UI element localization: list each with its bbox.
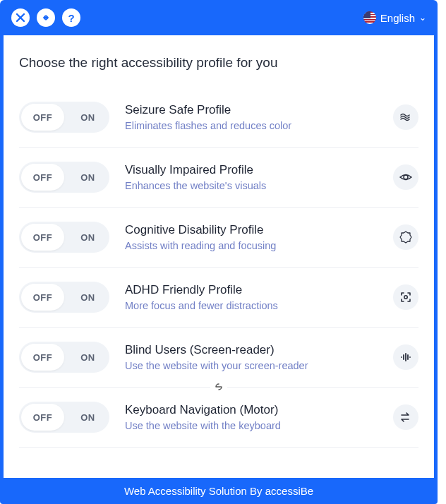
toggle-on-label: ON bbox=[66, 342, 109, 373]
language-selector[interactable]: English ⌄ bbox=[363, 11, 426, 24]
profile-title: ADHD Friendly Profile bbox=[125, 283, 378, 297]
profile-row: OFFONSeizure Safe ProfileEliminates flas… bbox=[19, 88, 418, 148]
toggle-on-label: ON bbox=[66, 282, 109, 313]
eye-icon bbox=[393, 164, 418, 190]
help-icon: ? bbox=[68, 12, 74, 24]
reset-button[interactable] bbox=[37, 8, 55, 27]
profile-desc: Use the website with your screen-reader bbox=[125, 360, 378, 371]
toggle-off-label: OFF bbox=[21, 404, 64, 431]
toggle-on-label: ON bbox=[66, 162, 109, 193]
close-icon bbox=[16, 13, 25, 23]
help-button[interactable]: ? bbox=[62, 8, 80, 27]
profile-toggle[interactable]: OFFON bbox=[19, 162, 109, 193]
accessibility-panel: ? English ⌄ Choose the right accessibili… bbox=[0, 0, 438, 504]
profile-row: OFFONVisually Impaired ProfileEnhances t… bbox=[19, 148, 418, 208]
profile-toggle[interactable]: OFFON bbox=[19, 222, 109, 253]
toggle-on-label: ON bbox=[66, 402, 109, 433]
profile-text: ADHD Friendly ProfileMore focus and fewe… bbox=[125, 283, 378, 311]
profile-row: OFFONCognitive Disability ProfileAssists… bbox=[19, 208, 418, 268]
profile-desc: Eliminates flashes and reduces color bbox=[125, 120, 378, 131]
toggle-off-label: OFF bbox=[21, 344, 64, 371]
badge-icon bbox=[393, 224, 418, 250]
toggle-off-label: OFF bbox=[21, 104, 64, 131]
profile-toggle[interactable]: OFFON bbox=[19, 402, 109, 433]
profile-desc: More focus and fewer distractions bbox=[125, 300, 378, 311]
profile-text: Visually Impaired ProfileEnhances the we… bbox=[125, 163, 378, 191]
svg-point-1 bbox=[404, 296, 407, 299]
profile-title: Visually Impaired Profile bbox=[125, 163, 378, 177]
profile-desc: Enhances the website's visuals bbox=[125, 180, 378, 191]
profile-row: OFFONBlind Users (Screen-reader)Use the … bbox=[19, 328, 418, 388]
profile-row: OFFONADHD Friendly ProfileMore focus and… bbox=[19, 268, 418, 328]
reset-icon bbox=[40, 12, 52, 23]
chevron-down-icon: ⌄ bbox=[419, 13, 426, 23]
profile-toggle[interactable]: OFFON bbox=[19, 102, 109, 133]
profile-desc: Assists with reading and focusing bbox=[125, 240, 378, 251]
profile-toggle[interactable]: OFFON bbox=[19, 282, 109, 313]
panel-header: ? English ⌄ bbox=[0, 0, 438, 35]
toggle-off-label: OFF bbox=[21, 224, 64, 251]
profile-row: OFFONKeyboard Navigation (Motor)Use the … bbox=[19, 388, 418, 448]
panel-body: Choose the right accessibility profile f… bbox=[0, 35, 438, 478]
panel-scroll[interactable]: Choose the right accessibility profile f… bbox=[4, 35, 434, 478]
profile-title: Keyboard Navigation (Motor) bbox=[125, 403, 378, 417]
svg-point-0 bbox=[404, 175, 408, 179]
profile-text: Blind Users (Screen-reader)Use the websi… bbox=[125, 343, 378, 371]
flag-us-icon bbox=[363, 11, 376, 24]
language-label: English bbox=[380, 12, 415, 24]
profile-title: Seizure Safe Profile bbox=[125, 103, 378, 117]
audio-icon bbox=[393, 344, 418, 370]
panel-footer[interactable]: Web Accessibility Solution By accessiBe bbox=[0, 478, 438, 504]
wave-icon bbox=[393, 104, 418, 130]
profile-text: Cognitive Disability ProfileAssists with… bbox=[125, 223, 378, 251]
profile-title: Blind Users (Screen-reader) bbox=[125, 343, 378, 357]
section-heading: Choose the right accessibility profile f… bbox=[19, 55, 418, 71]
profile-text: Keyboard Navigation (Motor)Use the websi… bbox=[125, 403, 378, 431]
profile-toggle[interactable]: OFFON bbox=[19, 342, 109, 373]
profile-desc: Use the website with the keyboard bbox=[125, 420, 378, 431]
profile-title: Cognitive Disability Profile bbox=[125, 223, 378, 237]
toggle-off-label: OFF bbox=[21, 164, 64, 191]
profile-text: Seizure Safe ProfileEliminates flashes a… bbox=[125, 103, 378, 131]
toggle-on-label: ON bbox=[66, 102, 109, 133]
target-icon bbox=[393, 284, 418, 310]
toggle-on-label: ON bbox=[66, 222, 109, 253]
close-button[interactable] bbox=[11, 8, 30, 27]
swap-icon bbox=[393, 404, 418, 430]
toggle-off-label: OFF bbox=[21, 284, 64, 311]
